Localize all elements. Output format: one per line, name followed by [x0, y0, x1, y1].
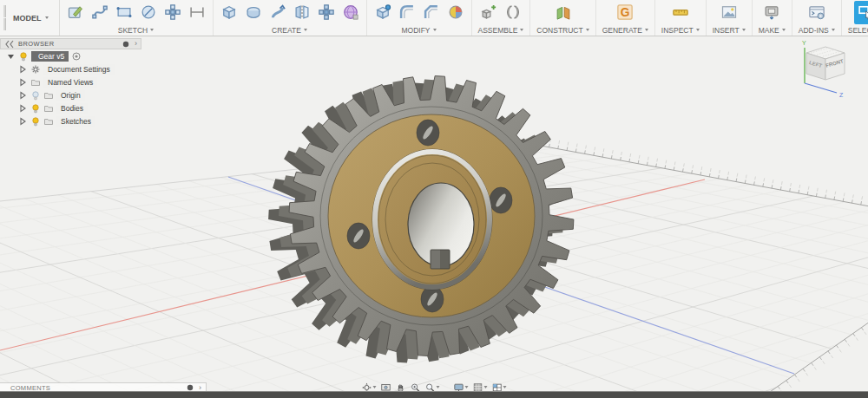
measure-icon [672, 3, 689, 21]
create-sketch-button[interactable] [64, 1, 87, 24]
browser-item-label: Named Views [48, 78, 93, 87]
move-button[interactable] [161, 1, 184, 24]
circle-icon [140, 3, 157, 21]
toolbar-group-label-construct[interactable]: CONSTRUCT [535, 24, 590, 36]
generate-icon: G [616, 3, 634, 21]
toolbar-group-label-select[interactable]: SELECT [846, 24, 868, 36]
appearance-button[interactable] [444, 1, 467, 24]
pattern-button[interactable] [315, 1, 338, 24]
browser-item-chip[interactable]: Named Views [43, 77, 97, 88]
tri-collapsed-icon [17, 103, 28, 114]
browser-item-sketches[interactable]: Sketches [0, 114, 226, 127]
dimension-button[interactable] [186, 1, 208, 24]
chevron-down-icon [520, 29, 523, 31]
view-cube[interactable]: Y Z LEFT FRONT [793, 38, 861, 101]
display-mode-dot-icon[interactable] [121, 39, 131, 49]
browser-header[interactable]: BROWSER › [0, 38, 141, 49]
construction-plane-icon [555, 3, 572, 21]
rectangle-button[interactable] [113, 1, 135, 24]
construction-plane-button[interactable] [552, 1, 575, 24]
collapse-panel-icon[interactable] [4, 39, 15, 49]
chevron-down-icon [503, 386, 507, 388]
mirror-icon [293, 3, 311, 21]
workspace-menu[interactable]: MODEL [6, 0, 60, 36]
tri-expanded-icon [5, 51, 16, 62]
toolbar-group-label-text: ASSEMBLE [478, 26, 518, 35]
browser-item-chip[interactable]: Gear v5 [31, 51, 69, 62]
toolbar-group-label-generate[interactable]: GENERATE [601, 24, 650, 36]
fusion360-window: MODEL SKETCHCREATEMODIFYASSEMBLECONSTRUC… [0, 0, 868, 398]
insert-image-button[interactable] [718, 1, 740, 24]
toolbar-group-label-make[interactable]: MAKE [757, 24, 787, 36]
expand-panel-icon[interactable]: › [135, 40, 137, 48]
folder-icon [43, 90, 54, 101]
circle-button[interactable] [137, 1, 160, 24]
fillet-button[interactable] [396, 1, 418, 24]
browser-item-label: Bodies [61, 104, 83, 113]
form-icon [342, 3, 359, 21]
browser-item-bodies[interactable]: Bodies [0, 101, 226, 114]
mirror-button[interactable] [291, 1, 313, 24]
box-button[interactable] [218, 1, 240, 24]
browser-item-origin[interactable]: Origin [0, 88, 226, 101]
browser-item-label: Origin [61, 91, 81, 100]
add-ins-button[interactable] [806, 1, 828, 24]
toolbar-group-label-assemble[interactable]: ASSEMBLE [477, 24, 526, 36]
chevron-down-icon [586, 29, 589, 31]
y-axis-label: Y [802, 40, 806, 46]
browser-item-chip[interactable]: Origin [56, 90, 85, 101]
tri-collapsed-icon [17, 90, 28, 101]
top-toolbar: MODEL SKETCHCREATEMODIFYASSEMBLECONSTRUC… [0, 0, 868, 36]
browser-item-chip[interactable]: Bodies [56, 103, 88, 114]
toolbar-group-add-ins: ADD-INS [792, 0, 842, 36]
bulb-on-icon [18, 51, 29, 62]
browser-item-gear-v5[interactable]: Gear v5 [0, 49, 226, 62]
toolbar-grip-handle[interactable] [0, 0, 6, 36]
appearance-icon [447, 3, 464, 21]
toolbar-group-label-text: MAKE [759, 26, 779, 35]
folder-icon [43, 116, 54, 127]
tri-collapsed-icon [17, 116, 28, 127]
add-ins-icon [808, 3, 825, 21]
toolbar-group-label-inspect[interactable]: INSPECT [660, 24, 701, 36]
form-button[interactable] [339, 1, 362, 24]
workspace-menu-label: MODEL [13, 14, 42, 23]
new-component-button[interactable] [477, 1, 500, 24]
press-pull-icon [374, 3, 391, 21]
toolbar-group-label-text: GENERATE [602, 26, 642, 35]
toolbar-group-make: MAKE [753, 0, 792, 36]
browser-item-chip[interactable]: Document Settings [43, 64, 115, 75]
toolbar-group-label-add-ins[interactable]: ADD-INS [797, 24, 837, 36]
make-print-button[interactable] [760, 1, 783, 24]
select-button[interactable] [854, 1, 868, 24]
toolbar-group-label-sketch[interactable]: SKETCH [64, 24, 208, 36]
measure-button[interactable] [669, 1, 692, 24]
generate-button[interactable]: G [614, 1, 636, 24]
browser-item-label: Document Settings [48, 65, 110, 74]
toolbar-group-label-create[interactable]: CREATE [218, 24, 362, 36]
browser-item-document-settings[interactable]: Document Settings [0, 62, 226, 75]
revolve-button[interactable] [242, 1, 265, 24]
gear-icon [30, 64, 41, 75]
browser-panel: BROWSER › Gear v5Document SettingsNamed … [0, 38, 226, 127]
browser-item-chip[interactable]: Sketches [56, 116, 95, 127]
make-print-icon [763, 3, 780, 21]
joint-icon [504, 3, 522, 21]
toolbar-group-label-modify[interactable]: MODIFY [372, 24, 467, 36]
chamfer-icon [423, 3, 440, 21]
gear-model[interactable] [268, 76, 574, 363]
press-pull-button[interactable] [372, 1, 394, 24]
browser-item-named-views[interactable]: Named Views [0, 75, 226, 88]
joint-button[interactable] [502, 1, 524, 24]
sweep-button[interactable] [266, 1, 289, 24]
spline-button[interactable] [89, 1, 111, 24]
chevron-down-icon [304, 29, 307, 31]
chevron-down-icon [696, 29, 700, 31]
chamfer-button[interactable] [420, 1, 443, 24]
toolbar-group-inspect: INSPECT [655, 0, 707, 36]
svg-text:G: G [621, 6, 630, 19]
viewport[interactable]: BROWSER › Gear v5Document SettingsNamed … [0, 36, 868, 391]
browser-panel-title: BROWSER [18, 40, 117, 48]
toolbar-group-label-insert[interactable]: INSERT [711, 24, 747, 36]
chevron-down-icon [373, 386, 377, 388]
